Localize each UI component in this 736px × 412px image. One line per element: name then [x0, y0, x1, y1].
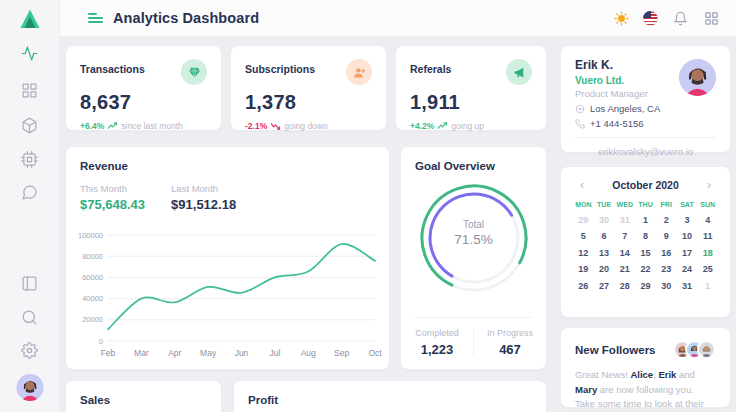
svg-text:Feb: Feb [101, 348, 116, 358]
calendar-day[interactable]: 30 [656, 281, 677, 291]
sales-card: Sales [65, 380, 222, 412]
revenue-title: Revenue [80, 160, 375, 172]
calendar-day[interactable]: 24 [677, 264, 698, 274]
calendar-prev-button[interactable]: ‹ [575, 178, 589, 192]
sales-title: Sales [80, 394, 207, 406]
user-plus-icon [346, 59, 372, 85]
calendar-day-header: SUN [697, 201, 718, 208]
this-month-block: This Month $75,648.43 [80, 183, 145, 212]
calendar-day[interactable]: 30 [594, 215, 615, 225]
calendar-day[interactable]: 18 [697, 248, 718, 258]
calendar-day[interactable]: 28 [614, 281, 635, 291]
calendar-day-header: SAT [677, 201, 698, 208]
settings-gear-icon[interactable] [19, 339, 41, 361]
revenue-card: Revenue This Month $75,648.43 Last Month… [65, 146, 390, 370]
calendar-day[interactable]: 25 [697, 264, 718, 274]
calendar-day[interactable]: 14 [614, 248, 635, 258]
calendar-day[interactable]: 15 [635, 248, 656, 258]
sun-theme-toggle-icon[interactable] [612, 9, 630, 27]
location-row: Los Angeles, CA [575, 103, 716, 114]
calendar-day[interactable]: 19 [573, 264, 594, 274]
search-icon[interactable] [19, 306, 41, 328]
calendar-day[interactable]: 17 [677, 248, 698, 258]
gem-icon [181, 59, 207, 85]
hamburger-menu-icon[interactable] [88, 13, 103, 24]
app-header: Analytics Dashboard [60, 0, 736, 36]
divider [415, 317, 532, 318]
svg-text:Oct: Oct [368, 348, 382, 358]
calendar-day[interactable]: 29 [635, 281, 656, 291]
profit-card: Profit [233, 380, 547, 412]
stat-label: Subscriptions [245, 59, 315, 75]
follower-avatars [673, 340, 716, 359]
svg-text:Sep: Sep [334, 348, 349, 358]
trend-down-icon [270, 122, 281, 130]
goal-title: Goal Overview [415, 160, 532, 172]
calendar-day[interactable]: 31 [614, 215, 635, 225]
activity-icon[interactable] [19, 42, 41, 64]
calendar-next-button[interactable]: › [702, 178, 716, 192]
calendar-day[interactable]: 22 [635, 264, 656, 274]
goal-gauge-chart: Total 71.5% [415, 179, 533, 297]
calendar-day-header: THU [635, 201, 656, 208]
apps-grid-icon[interactable] [702, 9, 720, 27]
language-flag-us-icon[interactable] [643, 11, 658, 26]
location-pin-icon [575, 104, 585, 114]
profile-card: Erik K. Vuero Ltd. Product Manager Los A… [560, 45, 731, 153]
megaphone-icon [506, 59, 532, 85]
calendar-day[interactable]: 27 [594, 281, 615, 291]
svg-text:Jun: Jun [235, 348, 249, 358]
calendar-day-header: TUE [594, 201, 615, 208]
calendar-day[interactable]: 13 [594, 248, 615, 258]
calendar-day[interactable]: 1 [697, 281, 718, 291]
profile-avatar[interactable] [679, 59, 716, 96]
stat-label: Transactions [80, 59, 145, 75]
bell-notifications-icon[interactable] [671, 9, 689, 27]
user-avatar[interactable] [16, 374, 43, 401]
calendar-day[interactable]: 20 [594, 264, 615, 274]
calendar-day[interactable]: 11 [697, 231, 718, 241]
cpu-icon[interactable] [19, 148, 41, 170]
this-month-value: $75,648.43 [80, 197, 145, 212]
vuero-logo-icon[interactable] [18, 7, 42, 31]
trend-up-icon [107, 122, 118, 130]
stat-value: 1,911 [410, 91, 532, 114]
calendar-day[interactable]: 6 [594, 231, 615, 241]
calendar-day[interactable]: 10 [677, 231, 698, 241]
calendar-day[interactable]: 9 [656, 231, 677, 241]
calendar-day[interactable]: 5 [573, 231, 594, 241]
profile-email: erikkovalsky@vuero.io [575, 146, 716, 157]
calendar-day[interactable]: 26 [573, 281, 594, 291]
chat-bubble-icon[interactable] [19, 181, 41, 203]
calendar-day[interactable]: 16 [656, 248, 677, 258]
svg-text:100000: 100000 [78, 231, 103, 240]
calendar-day[interactable]: 23 [656, 264, 677, 274]
transactions-stat-card: Transactions 8,637 +6.4% since last mont… [65, 45, 222, 131]
calendar-day[interactable]: 1 [635, 215, 656, 225]
svg-text:0: 0 [99, 337, 103, 346]
followers-title: New Followers [575, 344, 656, 356]
last-month-block: Last Month $91,512.18 [171, 183, 236, 212]
calendar-day[interactable]: 8 [635, 231, 656, 241]
calendar-day[interactable]: 7 [614, 231, 635, 241]
follower-avatar-mary[interactable] [697, 340, 716, 359]
cube-icon[interactable] [19, 114, 41, 136]
layout-columns-icon[interactable] [19, 272, 41, 294]
calendar-day[interactable]: 29 [573, 215, 594, 225]
stat-value: 1,378 [245, 91, 372, 114]
calendar-day[interactable]: 4 [697, 215, 718, 225]
calendar-day[interactable]: 21 [614, 264, 635, 274]
stat-label: Referals [410, 59, 451, 75]
dashboard-grid-icon[interactable] [19, 79, 41, 101]
svg-text:Mar: Mar [134, 348, 149, 358]
trend-up-icon [437, 122, 448, 130]
calendar-day[interactable]: 12 [573, 248, 594, 258]
app-sidebar [0, 0, 60, 412]
calendar-day[interactable]: 31 [677, 281, 698, 291]
phone-row: +1 444-5156 [575, 118, 716, 129]
calendar-day[interactable]: 3 [677, 215, 698, 225]
revenue-line-chart: 020000400006000080000100000FebMarAprMayJ… [74, 229, 383, 361]
stat-value: 8,637 [80, 91, 207, 114]
calendar-day[interactable]: 2 [656, 215, 677, 225]
svg-text:Apr: Apr [168, 348, 181, 358]
